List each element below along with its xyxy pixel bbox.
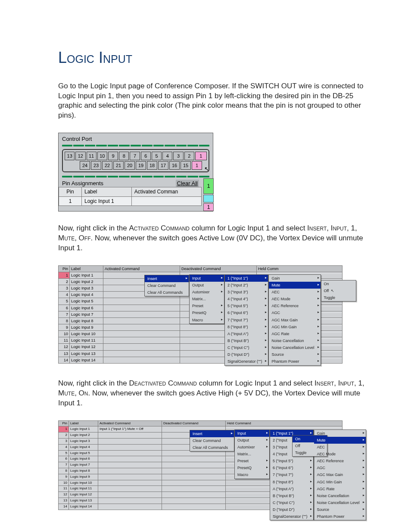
db25-pin-2[interactable]: 2	[184, 152, 194, 160]
menu-item[interactable]: 1 ("Input 1")▸	[225, 275, 268, 282]
menu-item[interactable]: Clear Command	[145, 282, 189, 289]
db25-pin-24[interactable]: 24	[80, 161, 90, 170]
menu-item[interactable]: Noise Cancellation Level▸	[269, 344, 320, 351]
db25-pin-8[interactable]: 8	[119, 152, 129, 160]
menu-item[interactable]: Macro▸	[235, 471, 269, 478]
menu-level-5[interactable]: OnOff ↖Toggle	[321, 280, 356, 302]
menu-item[interactable]: Off ↖	[321, 287, 356, 294]
db25-pin-3[interactable]: 3	[173, 152, 183, 160]
menu-item[interactable]: 7 ("Input 7")▸	[225, 317, 268, 324]
menu-level-2[interactable]: Input▸Output▸Automixer▸Matrix...Preset▸P…	[234, 429, 270, 479]
menu-item[interactable]: Clear All Commands	[145, 289, 189, 296]
menu-item[interactable]: Phantom Power▸	[314, 513, 365, 520]
menu-item[interactable]: PresetQ▸	[235, 464, 269, 471]
menu-item[interactable]: 3 ("Input 3")▸	[225, 289, 268, 296]
menu-item[interactable]: Preset▸	[190, 302, 224, 309]
menu-item[interactable]: Preset▸	[235, 457, 269, 464]
db25-pin-18[interactable]: 18	[147, 161, 157, 170]
menu-item[interactable]: Mute▸	[314, 437, 365, 444]
clear-all-link[interactable]: Clear All	[176, 180, 199, 187]
menu-item[interactable]: Toggle	[321, 294, 356, 301]
db25-pin-1[interactable]: 1	[192, 161, 202, 170]
menu-item[interactable]: AGC Rate▸	[269, 330, 320, 337]
menu-item[interactable]: Source▸	[269, 351, 320, 358]
menu-item[interactable]: AGC Min Gain▸	[314, 479, 365, 485]
menu-level-4[interactable]: Gain▸Mute▸AEC▸AEC Mode▸AEC Reference▸AGC…	[314, 429, 366, 521]
menu-item[interactable]: 8 ("Input 8")▸	[225, 324, 268, 330]
menu-item[interactable]: Noise Cancellation Level▸	[314, 499, 365, 506]
menu-item[interactable]: AEC Reference▸	[314, 457, 365, 464]
menu-item[interactable]: Output▸	[190, 282, 224, 289]
swatch-pink[interactable]: 1	[203, 203, 214, 211]
menu-item[interactable]: 5 ("Input 5")▸	[270, 457, 313, 464]
menu-item[interactable]: D ("Input D")▸	[270, 506, 313, 513]
db25-pin-19[interactable]: 19	[136, 161, 146, 170]
menu-item[interactable]: 2 ("Input 2")▸	[225, 282, 268, 289]
db25-pin-21[interactable]: 21	[113, 161, 124, 170]
menu-item[interactable]: Phantom Power▸	[269, 358, 320, 365]
db25-pin-15[interactable]: 15	[181, 161, 191, 170]
db25-pin-13[interactable]: 13	[65, 152, 75, 160]
menu-level-3[interactable]: 1 ("Input 1")▸2 ("Input 2")▸3 ("Input 3"…	[224, 274, 268, 366]
menu-item[interactable]: AGC Rate▸	[314, 485, 365, 492]
menu-item[interactable]: Gain▸	[314, 430, 365, 437]
swatch-green[interactable]: 1	[203, 178, 214, 194]
menu-item[interactable]: B ("Input B")▸	[270, 492, 313, 499]
menu-item[interactable]: C ("Input C")▸	[270, 499, 313, 506]
menu-item[interactable]: Noise Cancellation▸	[314, 492, 365, 499]
menu-item[interactable]: A ("Input A")▸	[270, 485, 313, 492]
db25-pin-12[interactable]: 12	[75, 152, 85, 160]
menu-item[interactable]: B ("Input B")▸	[225, 337, 268, 344]
db25-pin-5[interactable]: 5	[152, 152, 162, 160]
menu-item[interactable]: SignalGenerator ("")▸	[270, 513, 313, 520]
db25-pin-4[interactable]: 4	[162, 152, 172, 160]
menu-item[interactable]: 5 ("Input 5")▸	[225, 302, 268, 309]
menu-item[interactable]: Clear All Commands	[190, 444, 234, 451]
db25-pin-16[interactable]: 16	[169, 161, 180, 170]
menu-item[interactable]: Matrix...	[235, 451, 269, 457]
db25-pin-20[interactable]: 20	[125, 161, 135, 170]
menu-level-4[interactable]: Gain▸Mute▸AEC▸AEC Mode▸AEC Reference▸AGC…	[268, 274, 321, 366]
menu-item[interactable]: 8 ("Input 8")▸	[270, 479, 313, 485]
db25-pin-10[interactable]: 10	[97, 152, 107, 160]
menu-item[interactable]: A ("Input A")▸	[225, 330, 268, 337]
menu-item[interactable]: AEC Mode▸	[269, 296, 320, 302]
menu-item[interactable]: 7 ("Input 7")▸	[270, 471, 313, 478]
menu-item[interactable]: 6 ("Input 6")▸	[225, 309, 268, 316]
menu-item[interactable]: Automixer▸	[190, 289, 224, 296]
menu-item[interactable]: Noise Cancellation▸	[269, 337, 320, 344]
menu-item[interactable]: Clear Command	[190, 437, 234, 444]
menu-item[interactable]: 6 ("Input 6")▸	[270, 464, 313, 471]
swatch-cyan[interactable]	[203, 195, 214, 202]
menu-item[interactable]: SignalGenerator ("")▸	[225, 358, 268, 365]
color-swatch-strip[interactable]: 1 1	[203, 178, 213, 211]
menu-item[interactable]: Gain▸	[269, 275, 320, 282]
menu-item[interactable]: D ("Input D")▸	[225, 351, 268, 358]
menu-item[interactable]: AGC▸	[314, 464, 365, 471]
menu-item[interactable]: Insert▸	[145, 275, 189, 282]
menu-item[interactable]: AEC Mode▸	[314, 451, 365, 457]
activated-cell[interactable]	[131, 196, 201, 205]
menu-item[interactable]: Output▸	[235, 437, 269, 444]
db25-pin-11[interactable]: 11	[87, 152, 97, 160]
menu-item[interactable]: Automixer▸	[235, 444, 269, 451]
menu-item[interactable]: AGC Max Gain▸	[269, 317, 320, 324]
menu-level-2[interactable]: Input▸Output▸Automixer▸Matrix...Preset▸P…	[189, 274, 224, 324]
menu-level-1[interactable]: Insert▸Clear CommandClear All Commands	[190, 430, 234, 451]
db25-pin-23[interactable]: 23	[91, 161, 101, 170]
menu-item[interactable]: C ("Input C")▸	[225, 344, 268, 351]
menu-item[interactable]: Source▸	[314, 506, 365, 513]
menu-item[interactable]: AGC▸	[269, 309, 320, 316]
menu-item[interactable]: AEC▸	[269, 289, 320, 296]
menu-item[interactable]: Input▸	[190, 275, 224, 282]
menu-item[interactable]: On	[321, 280, 356, 287]
menu-item[interactable]: AGC Min Gain▸	[269, 324, 320, 330]
db25-pin-9[interactable]: 9	[108, 152, 118, 160]
menu-level-1[interactable]: Insert▸Clear CommandClear All Commands	[144, 275, 189, 296]
menu-item[interactable]: 4 ("Input 4")▸	[225, 296, 268, 302]
menu-item[interactable]: AEC▸	[314, 444, 365, 451]
db25-pin-17[interactable]: 17	[158, 161, 168, 170]
menu-item[interactable]: Mute▸	[269, 282, 320, 289]
db25-pin-7[interactable]: 7	[130, 152, 140, 160]
menu-item[interactable]: AEC Reference▸	[269, 302, 320, 309]
